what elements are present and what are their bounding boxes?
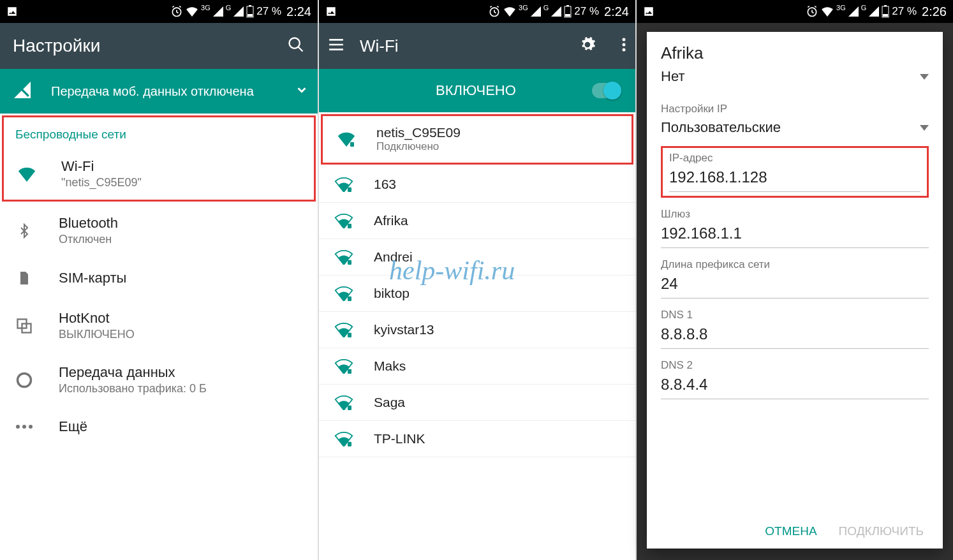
proxy-value: Нет <box>661 68 684 85</box>
wifi-toggle-switch[interactable] <box>592 83 620 98</box>
ip-label: IP-адрес <box>669 152 920 165</box>
dialog-actions: ОТМЕНА ПОДКЛЮЧИТЬ <box>661 515 929 542</box>
svg-rect-21 <box>348 260 351 265</box>
prefix-input[interactable] <box>661 271 929 298</box>
wifi-title: Wi-Fi <box>61 158 142 175</box>
settings-appbar: Настройки <box>0 23 318 69</box>
wifi-signal-icon <box>332 286 356 301</box>
network-status: Подключено <box>376 140 461 153</box>
network-row[interactable]: TP-LINK <box>319 421 635 457</box>
data-sub: Использовано трафика: 0 Б <box>59 382 207 395</box>
chevron-down-icon[interactable] <box>295 83 309 99</box>
network-row[interactable]: Afrika <box>319 203 635 239</box>
network-name: Maks <box>374 358 406 374</box>
menu-icon[interactable] <box>328 38 344 54</box>
dns2-input[interactable] <box>661 372 929 399</box>
dns2-label: DNS 2 <box>661 359 929 372</box>
svg-rect-24 <box>348 369 351 374</box>
wifi-signal-icon <box>332 213 356 228</box>
network-row[interactable]: biktop <box>319 276 635 312</box>
status-bar-2: 3G G 27 % 2:24 <box>319 0 635 23</box>
picture-icon <box>325 6 337 17</box>
highlight-box-1: Беспроводные сети Wi-Fi "netis_C95E09" <box>3 116 315 201</box>
svg-point-4 <box>290 38 300 48</box>
gear-icon[interactable] <box>579 36 596 55</box>
prefix-label: Длина префикса сети <box>661 258 929 271</box>
battery-icon <box>564 5 572 18</box>
network-row[interactable]: netis_C95E09 Подключено <box>321 115 633 164</box>
proxy-dropdown[interactable]: Нет <box>661 64 929 89</box>
dialog-title: Afrika <box>661 43 929 63</box>
bluetooth-row[interactable]: Bluetooth Отключен <box>0 203 318 258</box>
wifi-row-icon <box>15 166 38 182</box>
wifi-signal-icon <box>332 358 356 374</box>
signal-icon <box>848 6 859 17</box>
no-data-icon <box>14 82 31 101</box>
wifi-sub: "netis_C95E09" <box>61 176 142 189</box>
status-time: 2:24 <box>286 4 311 19</box>
dns1-input[interactable] <box>661 321 929 349</box>
battery-pct: 27 % <box>574 5 599 18</box>
svg-rect-18 <box>350 142 354 147</box>
cancel-button[interactable]: ОТМЕНА <box>765 524 816 538</box>
mobile-data-banner[interactable]: Передача моб. данных отключена <box>0 69 318 114</box>
gateway-label: Шлюз <box>661 208 929 221</box>
svg-rect-20 <box>348 224 351 228</box>
svg-rect-19 <box>348 188 351 192</box>
ip-mode-dropdown[interactable]: Пользовательские <box>661 115 929 140</box>
status-bar-3: 3G G 27 % 2:26 <box>637 0 953 23</box>
hotknot-sub: ВЫКЛЮЧЕНО <box>59 328 135 341</box>
ip-input[interactable] <box>669 165 920 192</box>
svg-rect-14 <box>565 14 570 17</box>
network-row[interactable]: Saga <box>319 385 635 421</box>
net-3g-label: 3G <box>519 4 528 11</box>
network-name: kyivstar13 <box>374 322 434 337</box>
svg-point-17 <box>623 48 626 52</box>
screen-settings: 3G G 27 % 2:24 Настройки Передача моб. д… <box>0 0 318 560</box>
banner-text: Передача моб. данных отключена <box>51 84 295 99</box>
highlight-box-ip: IP-адрес <box>661 146 929 198</box>
overflow-icon[interactable] <box>621 37 626 55</box>
more-icon <box>13 424 36 429</box>
network-row[interactable]: Maks <box>319 348 635 385</box>
svg-rect-30 <box>883 14 888 17</box>
connect-button[interactable]: ПОДКЛЮЧИТЬ <box>839 524 924 538</box>
signal2-icon <box>551 6 561 17</box>
wifi-signal-icon <box>332 322 356 337</box>
svg-rect-23 <box>348 333 351 337</box>
svg-point-16 <box>623 43 626 47</box>
search-icon[interactable] <box>287 36 305 56</box>
sim-row[interactable]: SIM-карты <box>0 258 318 298</box>
svg-point-10 <box>29 425 33 429</box>
status-time: 2:26 <box>922 4 947 19</box>
bluetooth-icon <box>13 221 36 240</box>
svg-rect-3 <box>247 14 253 17</box>
wifi-row[interactable]: Wi-Fi "netis_C95E09" <box>3 147 315 201</box>
network-row[interactable]: 163 <box>319 166 635 203</box>
wifi-signal-icon <box>332 431 356 446</box>
svg-rect-25 <box>348 406 351 410</box>
wifi-icon <box>821 6 834 17</box>
wifi-screen-title: Wi-Fi <box>360 36 564 56</box>
net-3g-label: 3G <box>836 4 846 11</box>
network-name: TP-LINK <box>374 431 425 446</box>
wifi-signal-icon <box>332 177 356 192</box>
hotknot-row[interactable]: HotKnot ВЫКЛЮЧЕНО <box>0 298 318 353</box>
wifi-icon <box>503 6 516 17</box>
wifi-signal-icon <box>334 131 358 147</box>
wifi-signal-icon <box>332 249 356 265</box>
hotknot-title: HotKnot <box>59 310 135 327</box>
gateway-input[interactable] <box>661 221 929 248</box>
ip-settings-label: Настройки IP <box>661 103 929 115</box>
screen-wifi-list: 3G G 27 % 2:24 Wi-Fi ВКЛЮЧЕНО netis_C95E… <box>318 0 635 560</box>
signal-icon <box>531 6 541 17</box>
wifi-icon <box>186 6 198 17</box>
battery-pct: 27 % <box>892 5 917 18</box>
network-row[interactable]: kyivstar13 <box>319 312 635 348</box>
sim-icon <box>13 269 36 287</box>
more-row[interactable]: Ещё <box>0 407 318 446</box>
battery-icon <box>882 5 889 18</box>
network-row[interactable]: Andrei <box>319 239 635 276</box>
dropdown-arrow-icon <box>920 74 929 80</box>
data-usage-row[interactable]: Передача данных Использовано трафика: 0 … <box>0 353 318 407</box>
